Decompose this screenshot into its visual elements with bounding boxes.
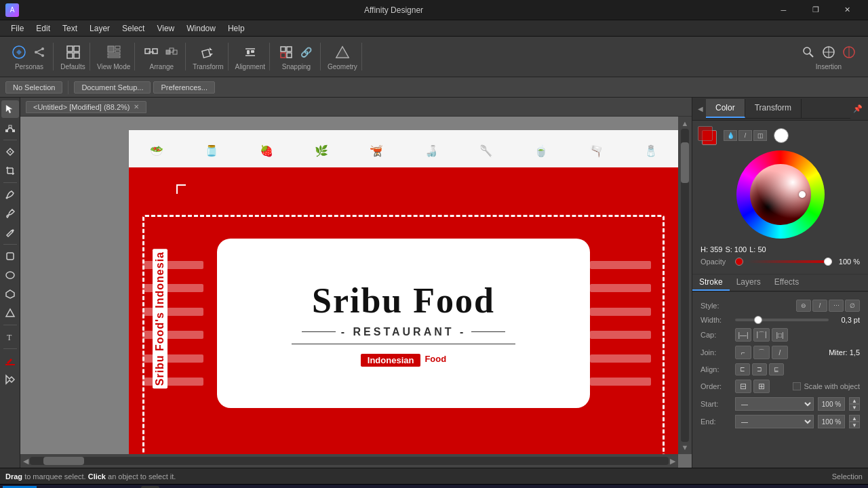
node-tool[interactable] xyxy=(1,119,19,137)
stroke-tab[interactable]: Stroke xyxy=(692,274,730,291)
viewmode-button[interactable] xyxy=(104,43,123,62)
end-down-arrow[interactable]: ▼ xyxy=(849,422,860,428)
vertical-scrollbar[interactable]: ▲ ▼ xyxy=(678,117,692,454)
crop-tool[interactable] xyxy=(1,162,19,180)
order-btn-2[interactable]: ⊞ xyxy=(753,380,770,393)
toolbar-group-snapping: 🔗 Snapping xyxy=(273,43,321,70)
tab-transform[interactable]: Transform xyxy=(745,99,802,118)
stroke-style-solid[interactable]: ⊖ xyxy=(796,300,811,312)
no-selection-btn[interactable]: No Selection xyxy=(5,81,62,94)
menu-file[interactable]: File xyxy=(5,22,29,35)
document-setup-btn[interactable]: Document Setup... xyxy=(74,81,151,94)
start-down-arrow[interactable]: ▼ xyxy=(849,404,860,411)
menu-layer[interactable]: Layer xyxy=(84,22,115,35)
end-select[interactable]: — → xyxy=(735,415,814,428)
v-scroll-track[interactable] xyxy=(681,129,689,442)
fill-tool[interactable] xyxy=(1,352,19,369)
taskbar-music[interactable]: 🎵 xyxy=(121,486,141,489)
minimize-button[interactable]: ─ xyxy=(768,0,799,20)
taskbar-browser[interactable]: 🌍 xyxy=(159,486,180,489)
align-btn-center[interactable]: ⊐ xyxy=(752,363,767,375)
start-button[interactable] xyxy=(3,486,37,489)
transform-button[interactable] xyxy=(199,43,218,62)
menu-select[interactable]: Select xyxy=(117,22,150,35)
share-button[interactable] xyxy=(30,43,49,62)
fill-color-indicator[interactable] xyxy=(698,126,717,145)
selection-tool[interactable] xyxy=(1,100,19,118)
panel-collapse-btn[interactable]: ◀ xyxy=(695,105,706,113)
color-dropper-btn[interactable]: 💧 xyxy=(724,130,737,141)
close-button[interactable]: ✕ xyxy=(832,0,863,20)
horizontal-scrollbar[interactable]: ◀ ▶ xyxy=(20,454,678,468)
canvas-content[interactable]: 🥗 🫙 🍓 🌿 🫕 🍶 🥄 🍵 🫗 🧂 xyxy=(20,117,692,468)
ellipse-tool[interactable] xyxy=(1,266,19,284)
start-up-arrow[interactable]: ▲ xyxy=(849,397,860,404)
align-btn-outside[interactable]: ⊑ xyxy=(769,363,784,375)
align-btn-inside[interactable]: ⊏ xyxy=(735,363,750,375)
pen-tool[interactable] xyxy=(1,186,19,203)
cap-btn-round[interactable]: |⌒| xyxy=(753,328,770,342)
stroke-style-none[interactable]: ∅ xyxy=(845,300,860,312)
width-thumb[interactable] xyxy=(754,316,762,324)
arrange-button[interactable] xyxy=(142,43,161,62)
paint-brush-tool[interactable] xyxy=(1,205,19,222)
arrange2-button[interactable] xyxy=(162,43,181,62)
panel-pin-btn[interactable]: 📌 xyxy=(850,104,865,113)
personas-button[interactable] xyxy=(9,43,28,62)
text-tool[interactable]: T xyxy=(1,328,19,346)
taskbar-explorer[interactable]: 📁 xyxy=(60,486,80,489)
tab-color[interactable]: Color xyxy=(706,99,745,118)
cap-btn-square[interactable]: |□| xyxy=(772,328,788,342)
snapping2-button[interactable]: 🔗 xyxy=(297,43,316,62)
infinity-btn[interactable]: ∞ xyxy=(774,128,789,143)
opacity-slider[interactable] xyxy=(747,260,832,263)
menu-help[interactable]: Help xyxy=(222,22,250,35)
end-up-arrow[interactable]: ▲ xyxy=(849,415,860,422)
join-btn-miter[interactable]: ⌐ xyxy=(735,346,751,359)
menu-text[interactable]: Text xyxy=(57,22,83,35)
order-btn-1[interactable]: ⊟ xyxy=(735,380,751,393)
canvas-tab-close[interactable]: ✕ xyxy=(134,103,139,110)
color-wheel-inner[interactable] xyxy=(750,164,811,225)
opacity-thumb[interactable] xyxy=(824,258,832,266)
cap-btn-butt[interactable]: |—| xyxy=(735,328,751,342)
defaults-button[interactable] xyxy=(64,43,83,62)
triangle-tool[interactable] xyxy=(1,304,19,322)
color-wheel[interactable] xyxy=(736,150,825,239)
snapping-button[interactable] xyxy=(277,43,296,62)
alignment-button[interactable] xyxy=(241,43,260,62)
menu-edit[interactable]: Edit xyxy=(31,22,56,35)
taskbar-affinity[interactable]: ▲ xyxy=(141,486,159,489)
geometry-button[interactable] xyxy=(333,43,352,62)
scale-checkbox[interactable] xyxy=(793,382,801,390)
color-gradient-btn[interactable]: ◫ xyxy=(753,130,767,141)
join-btn-round[interactable]: ⌒ xyxy=(753,346,770,359)
restore-button[interactable]: ❐ xyxy=(800,0,831,20)
color-edit-btn[interactable]: / xyxy=(738,130,752,141)
width-slider[interactable] xyxy=(735,319,829,321)
start-select[interactable]: — → xyxy=(735,397,814,411)
effects-tab[interactable]: Effects xyxy=(768,274,806,291)
stroke-style-dot[interactable]: ⋯ xyxy=(829,300,844,312)
view2-button[interactable] xyxy=(819,43,838,62)
taskbar-chrome[interactable]: 🌐 xyxy=(80,486,100,489)
preferences-btn[interactable]: Preferences... xyxy=(153,81,214,94)
toolbar-group-alignment: Alignment xyxy=(231,43,270,70)
view3-button[interactable] xyxy=(840,43,859,62)
layers-tab[interactable]: Layers xyxy=(730,274,768,291)
shape-tool[interactable] xyxy=(1,247,19,265)
transform-tool[interactable] xyxy=(1,143,19,161)
stroke-style-dash[interactable]: / xyxy=(812,300,827,312)
polygon-tool[interactable] xyxy=(1,285,19,303)
pencil-tool[interactable] xyxy=(1,224,19,241)
taskbar-search[interactable]: 🔍 xyxy=(39,486,60,489)
svg-rect-17 xyxy=(149,52,154,53)
taskbar-apps[interactable]: 📱 xyxy=(100,486,121,489)
zoom-tool-left[interactable] xyxy=(1,371,19,388)
join-btn-bevel[interactable]: / xyxy=(772,346,788,359)
canvas-tab[interactable]: <Untitled> [Modified] (88.2%) ✕ xyxy=(26,101,146,113)
menu-view[interactable]: View xyxy=(151,22,180,35)
menu-window[interactable]: Window xyxy=(181,22,221,35)
h-scroll-track[interactable] xyxy=(30,457,669,465)
zoom-button[interactable] xyxy=(799,43,818,62)
